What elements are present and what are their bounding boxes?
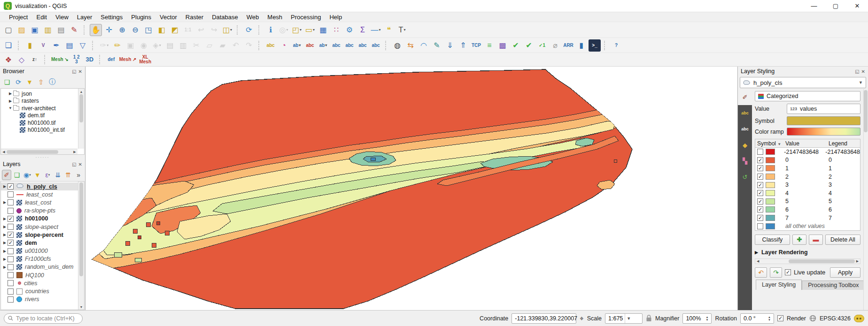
layer-item-random_unis_dem[interactable]: ▶random_unis_dem bbox=[1, 263, 84, 271]
layer-item-u001000[interactable]: ▶u001000 bbox=[1, 247, 84, 255]
identify-features-icon[interactable]: ℹ bbox=[264, 24, 277, 36]
layer-labeling-options-icon[interactable]: abc bbox=[264, 39, 277, 52]
layer-expander-icon[interactable]: ▶ bbox=[2, 249, 8, 253]
category-color-swatch[interactable] bbox=[766, 157, 775, 163]
browser-horizontal-scrollbar[interactable]: ◀▶ bbox=[1, 149, 78, 154]
zoom-full-icon[interactable]: ◳ bbox=[142, 24, 155, 36]
tree-expander-icon[interactable]: ▶ bbox=[8, 91, 13, 96]
close-button[interactable]: ✕ bbox=[846, 0, 868, 12]
menu-help[interactable]: Help bbox=[325, 13, 346, 21]
style-redo-button[interactable]: ↷ bbox=[770, 267, 782, 278]
measure-icon[interactable]: ―▾ bbox=[370, 24, 382, 36]
mesh-transects-icon[interactable]: ◇ bbox=[16, 53, 28, 66]
locate-input[interactable]: Type to locate (Ctrl+K) bbox=[4, 313, 83, 324]
field-calculator-icon[interactable]: ∷ bbox=[330, 24, 342, 36]
single-check-icon[interactable]: ✓1 bbox=[536, 39, 548, 52]
category-color-swatch[interactable] bbox=[766, 198, 775, 205]
highlight-unplaced-labels-icon[interactable]: abc bbox=[304, 39, 316, 52]
run-feature-action-icon[interactable]: ◎▾ bbox=[278, 24, 290, 36]
paste-features-icon[interactable]: ▰ bbox=[217, 39, 229, 52]
browser-item-h001000_int.tif[interactable]: h001000_int.tif bbox=[1, 127, 84, 134]
layer-visibility-checkbox[interactable] bbox=[8, 199, 14, 205]
copy-features-icon[interactable]: ▱ bbox=[203, 39, 216, 52]
browser-item-h001000.tif[interactable]: h001000.tif bbox=[1, 119, 84, 127]
category-checkbox[interactable]: ✓ bbox=[757, 165, 763, 171]
sketch-tool-icon[interactable]: ✎ bbox=[431, 39, 443, 52]
categories-table-header[interactable]: Symbol ▼ Value Legend bbox=[755, 139, 860, 148]
layer-visibility-checkbox[interactable] bbox=[8, 264, 14, 270]
map-tips-icon[interactable]: ❝ bbox=[383, 24, 395, 36]
layer-visibility-checkbox[interactable] bbox=[8, 248, 14, 254]
new-project-icon[interactable]: ▢ bbox=[2, 24, 15, 36]
spline-tool-icon[interactable]: ◠ bbox=[418, 39, 430, 52]
layer-visibility-checkbox[interactable] bbox=[8, 288, 14, 295]
category-row[interactable]: ✓33 bbox=[755, 181, 860, 189]
menu-view[interactable]: View bbox=[51, 13, 73, 21]
layer-visibility-checkbox[interactable] bbox=[8, 191, 14, 197]
layer-rendering-section[interactable]: ▶ Layer Rendering bbox=[755, 249, 865, 256]
zoom-next-icon[interactable]: ↪ bbox=[208, 24, 220, 36]
panel-plugin-icon[interactable]: ▮ bbox=[575, 39, 588, 52]
zoom-in-icon[interactable]: ⊕ bbox=[116, 24, 128, 36]
tcp-connection-icon[interactable]: TCP bbox=[470, 39, 482, 52]
layer-item-slope-percent[interactable]: ▶✓slope-percent bbox=[1, 231, 84, 239]
layer-visibility-checkbox[interactable]: ✓ bbox=[8, 216, 14, 222]
geometry-check-icon[interactable]: ✔ bbox=[523, 39, 535, 52]
new-print-layout-icon[interactable]: ▥ bbox=[42, 24, 54, 36]
style-manager-icon[interactable]: ✎ bbox=[68, 24, 80, 36]
styling-float-icon[interactable]: ◱ bbox=[855, 69, 859, 74]
browser-item-river-architect[interactable]: ▼river-architect bbox=[1, 105, 84, 112]
browser-collapse-all-icon[interactable]: ⇧ bbox=[36, 77, 46, 87]
layer-visibility-checkbox[interactable]: ✓ bbox=[8, 232, 14, 238]
category-row[interactable]: ✓44 bbox=[755, 189, 860, 197]
browser-add-selected-layers-icon[interactable]: ❏ bbox=[2, 77, 12, 87]
delete-selected-icon[interactable]: ▥ bbox=[177, 39, 189, 52]
layer-item-HQ100[interactable]: HQ100 bbox=[1, 271, 84, 279]
layer-visibility-checkbox[interactable]: ✓ bbox=[8, 240, 14, 246]
open-project-icon[interactable]: ▨ bbox=[16, 24, 28, 36]
renderer-select[interactable]: Categorized bbox=[755, 91, 860, 101]
new-geopackage-layer-icon[interactable]: ▮ bbox=[24, 39, 36, 52]
import-layer-icon[interactable]: ⇓ bbox=[444, 39, 456, 52]
labels-tab-icon[interactable]: abc bbox=[738, 105, 752, 121]
layer-visibility-checkbox[interactable] bbox=[8, 256, 14, 262]
map-canvas[interactable] bbox=[86, 67, 737, 310]
layer-visibility-checkbox[interactable] bbox=[8, 224, 14, 230]
toggle-editing-icon[interactable]: ✏ bbox=[111, 39, 124, 52]
layer-visibility-checkbox[interactable] bbox=[8, 296, 14, 303]
category-row[interactable]: ✓77 bbox=[755, 214, 860, 222]
menu-web[interactable]: Web bbox=[242, 13, 264, 21]
save-project-icon[interactable]: ▣ bbox=[29, 24, 41, 36]
layer-item-slope-aspect[interactable]: ▶slope-aspect bbox=[1, 223, 84, 231]
panel-overflow-icon[interactable]: » bbox=[74, 170, 83, 180]
zoom-last-icon[interactable]: ↩ bbox=[195, 24, 207, 36]
layer-expander-icon[interactable]: ▶ bbox=[2, 257, 8, 261]
maximize-button[interactable]: ▢ bbox=[825, 0, 846, 12]
layer-item-rivers[interactable]: rivers bbox=[1, 296, 84, 303]
manage-map-themes-icon[interactable]: ◉▾ bbox=[23, 170, 32, 180]
open-layer-styling-panel-icon[interactable]: ✐ bbox=[2, 170, 11, 180]
browser-close-icon[interactable]: ✕ bbox=[78, 69, 82, 74]
category-color-swatch[interactable] bbox=[766, 149, 775, 155]
browser-properties-icon[interactable]: ⓘ bbox=[47, 77, 57, 87]
category-color-swatch[interactable] bbox=[766, 215, 775, 221]
layers-float-icon[interactable]: ◱ bbox=[72, 162, 76, 167]
browser-item-json[interactable]: ▶json bbox=[1, 90, 84, 98]
layer-expander-icon[interactable]: ▶ bbox=[2, 184, 8, 189]
filter-by-expression-icon[interactable]: ε▾ bbox=[43, 170, 53, 180]
category-checkbox[interactable]: ✓ bbox=[757, 206, 763, 212]
layer-expander-icon[interactable]: ▶ bbox=[2, 217, 8, 221]
category-color-swatch[interactable] bbox=[766, 190, 775, 196]
category-color-swatch[interactable] bbox=[766, 206, 775, 212]
diagrams-tab-icon[interactable]: ▚ bbox=[738, 153, 752, 169]
statistics-summary-icon[interactable]: Σ bbox=[356, 24, 369, 36]
refresh-map-icon[interactable]: ⟳ bbox=[243, 24, 255, 36]
crs-globe-icon[interactable] bbox=[809, 315, 816, 322]
layer-visibility-checkbox[interactable] bbox=[8, 272, 14, 278]
zoom-native-icon[interactable]: 1:1 bbox=[182, 24, 194, 36]
tree-expander-icon[interactable]: ▶ bbox=[8, 99, 13, 103]
tree-expander-icon[interactable]: ▼ bbox=[8, 106, 13, 110]
move-label-icon[interactable]: abc bbox=[330, 39, 342, 52]
new-shapefile-layer-icon[interactable]: V bbox=[37, 39, 49, 52]
lock-icon[interactable] bbox=[646, 315, 652, 322]
